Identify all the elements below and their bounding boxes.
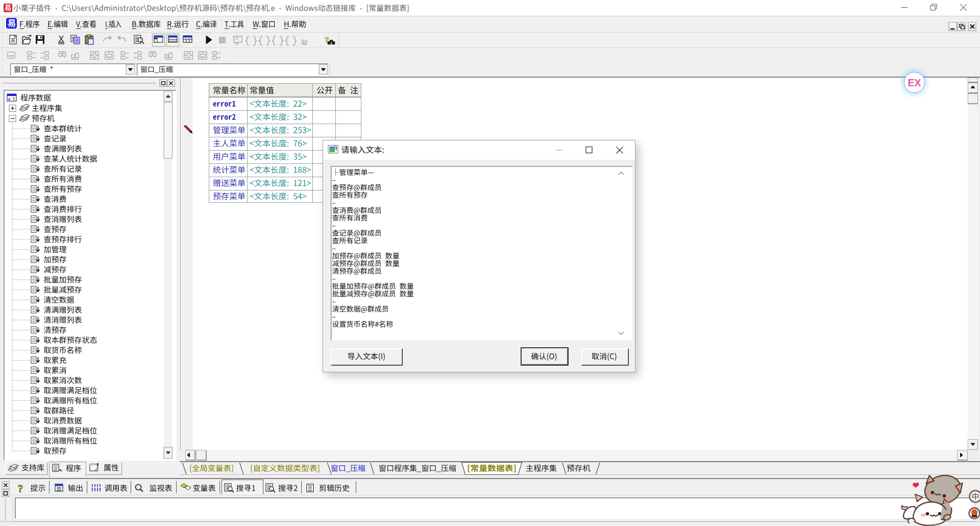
svg-text:EX: EX	[908, 77, 921, 88]
